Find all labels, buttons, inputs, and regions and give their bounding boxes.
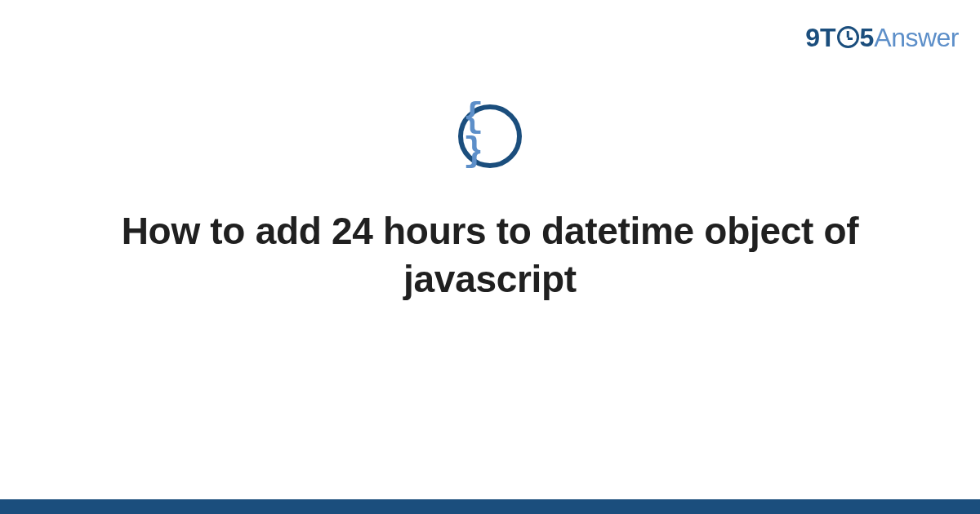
logo-digit: 5 bbox=[860, 23, 875, 53]
clock-icon bbox=[837, 26, 859, 48]
question-title: How to add 24 hours to datetime object o… bbox=[98, 207, 882, 304]
main-content: { } How to add 24 hours to datetime obje… bbox=[0, 104, 980, 304]
logo-prefix: 9T bbox=[805, 23, 835, 53]
code-braces-icon: { } bbox=[463, 100, 517, 169]
footer-bar bbox=[0, 499, 980, 514]
category-icon-circle: { } bbox=[458, 104, 522, 168]
logo-suffix: Answer bbox=[874, 23, 959, 53]
site-logo[interactable]: 9T5Answer bbox=[805, 23, 959, 53]
